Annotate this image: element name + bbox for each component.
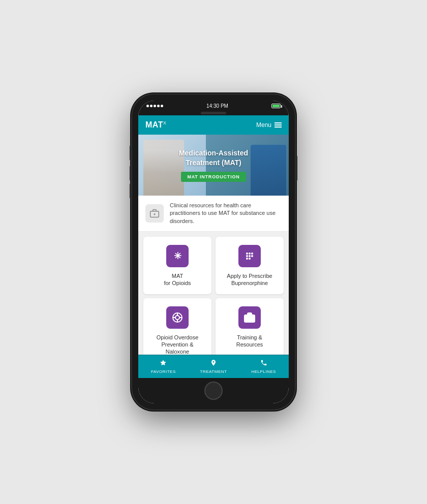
nav-item-helplines[interactable]: HELPLINES [238, 355, 289, 378]
nav-item-treatment[interactable]: TREATMENT [189, 355, 239, 378]
grid-menu: ✳ MATfor Opioids Apply to PrescribeBupre… [138, 232, 289, 355]
svg-point-11 [249, 258, 251, 260]
briefcase-icon [145, 204, 164, 223]
app-header: MATX Menu [138, 115, 289, 135]
phone-icon [260, 359, 267, 368]
nav-item-favorites[interactable]: FAVORITES [138, 355, 189, 378]
life-ring-icon [166, 306, 189, 329]
favorites-label: FAVORITES [151, 369, 176, 374]
asterisk-icon: ✳ [166, 245, 189, 267]
phone-shell: 14:30 PM MATX Menu [132, 94, 295, 410]
bottom-nav: FAVORITES TREATMENT HELPLINES [138, 355, 289, 378]
menu-button[interactable]: Menu [256, 121, 282, 129]
info-row: Clinical resources for health care pract… [138, 196, 289, 232]
svg-point-13 [175, 316, 179, 320]
status-bar: 14:30 PM [138, 101, 289, 111]
home-button[interactable] [204, 382, 223, 400]
speaker-bar [138, 111, 289, 115]
hero-text: Medication-Assisted Treatment (MAT) MAT … [179, 148, 248, 181]
mat-introduction-button[interactable]: MAT INTRODUCTION [181, 172, 246, 182]
dots-grid-icon [238, 245, 261, 267]
svg-marker-21 [160, 360, 166, 365]
status-time: 14:30 PM [206, 103, 228, 109]
svg-point-4 [246, 253, 248, 255]
svg-point-10 [246, 258, 248, 260]
info-text: Clinical resources for health care pract… [170, 202, 282, 225]
star-icon [160, 359, 167, 368]
grid-item-opioid-overdose[interactable]: Opioid OverdosePrevention &Naloxone [143, 298, 211, 355]
svg-point-5 [249, 253, 251, 255]
phone-screen: 14:30 PM MATX Menu [138, 101, 289, 403]
grid-item-apply-buprenorphine[interactable]: Apply to PrescribeBuprenorphine [216, 237, 284, 294]
hero-banner: Medication-Assisted Treatment (MAT) MAT … [138, 135, 289, 196]
svg-point-8 [249, 255, 251, 257]
grid-item-mat-opioids[interactable]: ✳ MATfor Opioids [143, 237, 211, 294]
treatment-label: TREATMENT [200, 369, 227, 374]
svg-point-9 [251, 255, 253, 257]
briefcase-plus-icon [238, 306, 261, 329]
home-button-area [138, 378, 289, 403]
hamburger-icon [274, 122, 282, 128]
mat-opioids-label: MATfor Opioids [164, 272, 191, 287]
app-logo: MATX [145, 120, 166, 130]
helplines-label: HELPLINES [251, 369, 276, 374]
hero-title: Medication-Assisted Treatment (MAT) [179, 148, 248, 167]
menu-label: Menu [256, 121, 271, 129]
battery-icon [271, 104, 281, 108]
svg-point-7 [246, 255, 248, 257]
signal-indicator [146, 105, 163, 107]
svg-point-6 [251, 253, 253, 255]
apply-buprenorphine-label: Apply to PrescribeBuprenorphine [227, 272, 272, 287]
app-content: Clinical resources for health care pract… [138, 196, 289, 355]
training-resources-label: Training &Resources [236, 334, 263, 349]
svg-text:✳: ✳ [174, 251, 181, 261]
grid-item-training-resources[interactable]: Training &Resources [216, 298, 284, 355]
opioid-overdose-label: Opioid OverdosePrevention &Naloxone [157, 334, 199, 355]
pin-icon [210, 359, 217, 368]
